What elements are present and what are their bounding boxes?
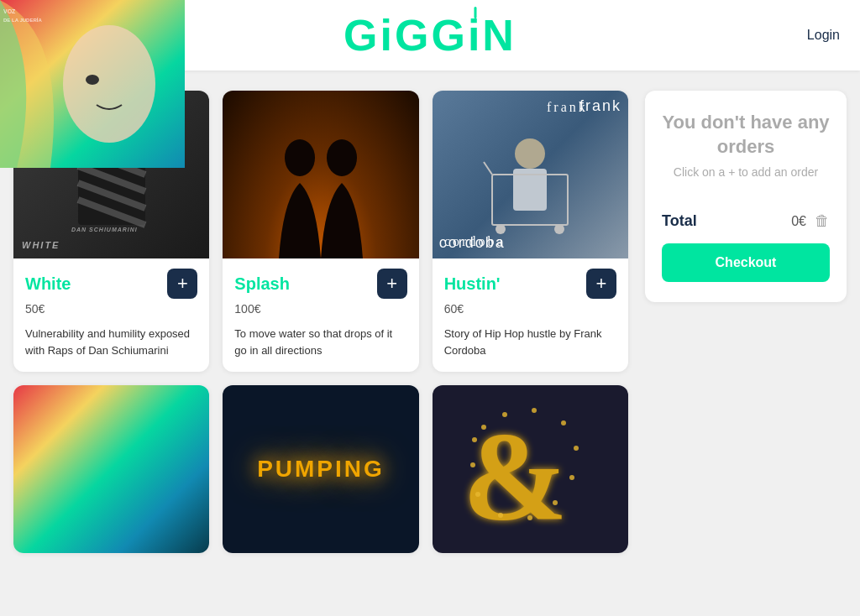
svg-point-16	[554, 224, 564, 234]
add-button-hustin[interactable]: +	[586, 269, 616, 299]
product-image-ampersand: & &	[433, 385, 628, 553]
card-body-splash: Splash + 100€ To move water so that drop…	[223, 258, 418, 372]
card-body-white: White + 50€ Vulnerability and humility e…	[13, 258, 209, 372]
svg-point-30	[553, 500, 558, 505]
order-panel: You don't have any orders Click on a + t…	[645, 91, 847, 302]
product-image-pumping: PUMPING	[223, 385, 418, 553]
svg-point-29	[569, 475, 574, 480]
card-title-row-white: White +	[25, 269, 197, 299]
svg-line-14	[484, 162, 492, 175]
pumping-text: PUMPING	[257, 456, 385, 483]
card-title-splash: Splash	[234, 274, 290, 294]
svg-point-11	[515, 138, 545, 169]
svg-point-33	[475, 492, 480, 497]
card-title-white: White	[25, 274, 71, 294]
card-body-hustin: Hustin' + 60€ Story of Hip Hop hustle by…	[433, 258, 628, 372]
order-total-right: 0€ 🗑	[791, 212, 830, 230]
svg-text:DAN SCHIUMARINI: DAN SCHIUMARINI	[71, 227, 138, 232]
product-image-hustin: frank cordoba	[433, 91, 628, 258]
product-image-colorful: VOZ DE LA JUDERÍA	[13, 385, 209, 553]
login-button[interactable]: Login	[807, 28, 840, 43]
card-price-white: 50€	[25, 302, 197, 316]
svg-point-35	[472, 437, 477, 442]
svg-point-7	[285, 139, 315, 176]
svg-point-26	[532, 408, 537, 413]
add-button-white[interactable]: +	[167, 269, 197, 299]
card-title-hustin: Hustin'	[444, 274, 501, 294]
main-content: WHITE DAN SCHIUMARINI White + 50€ Vulner…	[0, 70, 860, 573]
product-card-colorful: VOZ DE LA JUDERÍA	[13, 385, 209, 553]
svg-point-24	[481, 425, 486, 430]
svg-point-25	[502, 412, 507, 417]
card-price-hustin: 60€	[444, 302, 616, 316]
svg-point-28	[574, 446, 579, 451]
svg-point-8	[327, 139, 357, 176]
add-button-splash[interactable]: +	[377, 269, 407, 299]
trash-icon[interactable]: 🗑	[815, 212, 830, 230]
svg-text:&: &	[463, 407, 568, 546]
svg-text:cordoba: cordoba	[444, 234, 506, 248]
order-empty-title: You don't have any orders	[662, 111, 830, 159]
svg-point-34	[470, 462, 475, 467]
card-description-hustin: Story of Hip Hop hustle by Frank Cordoba	[444, 326, 616, 358]
product-card-ampersand: & &	[433, 385, 628, 553]
product-card-hustin: frank cordoba Hustin' + 60€	[433, 91, 628, 372]
order-total-row: Total 0€ 🗑	[662, 212, 830, 230]
svg-point-27	[561, 420, 566, 425]
logo: GiGGiN	[343, 13, 517, 57]
product-card-splash: Splash + 100€ To move water so that drop…	[223, 91, 418, 372]
order-empty-subtitle: Click on a + to add an order	[662, 165, 830, 179]
card-title-row-hustin: Hustin' +	[444, 269, 616, 299]
card-title-row-splash: Splash +	[234, 269, 406, 299]
card-description-splash: To move water so that drops of it go in …	[234, 326, 406, 358]
product-image-splash	[223, 91, 418, 258]
order-total-amount: 0€	[791, 214, 806, 229]
products-grid: WHITE DAN SCHIUMARINI White + 50€ Vulner…	[13, 91, 628, 553]
svg-point-32	[498, 513, 503, 518]
product-card-pumping: PUMPING	[223, 385, 418, 553]
svg-point-15	[496, 224, 506, 234]
order-total-label: Total	[662, 212, 697, 230]
svg-point-31	[527, 515, 532, 520]
card-description-white: Vulnerability and humility exposed with …	[25, 326, 197, 358]
svg-text:frank: frank	[547, 100, 588, 114]
checkout-button[interactable]: Checkout	[662, 243, 830, 282]
card-price-splash: 100€	[234, 302, 406, 316]
